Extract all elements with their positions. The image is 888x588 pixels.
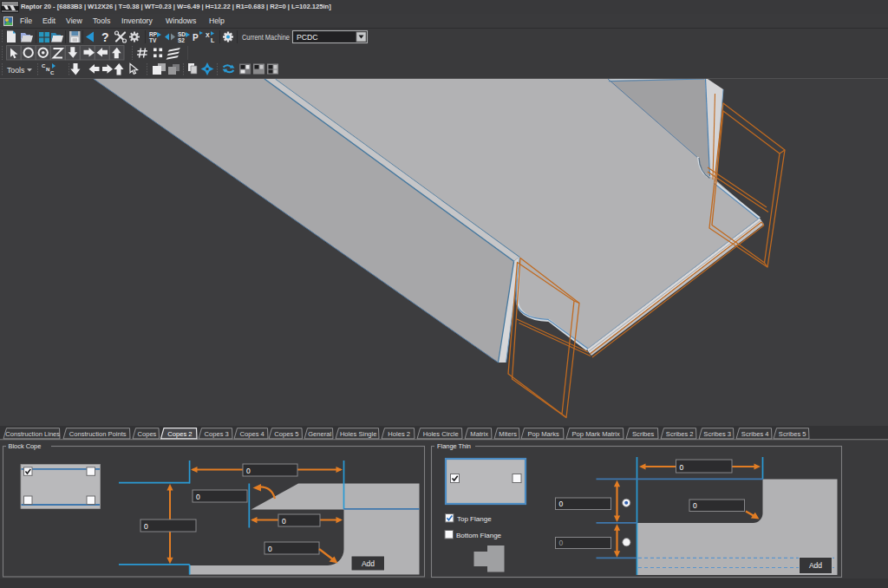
svg-text:P: P (193, 33, 199, 42)
svg-text:0: 0 (693, 501, 697, 510)
svg-text:Copes 3: Copes 3 (205, 430, 229, 438)
svg-text:Tools: Tools (7, 66, 25, 75)
svg-text:Scribes 2: Scribes 2 (666, 430, 694, 438)
svg-text:TV: TV (149, 37, 157, 43)
svg-text:L: L (211, 37, 215, 43)
svg-text:0: 0 (282, 517, 286, 526)
svg-text:Current Machine: Current Machine (242, 33, 290, 42)
svg-text:Holes 2: Holes 2 (388, 430, 410, 438)
svg-text:Miters: Miters (499, 430, 517, 438)
svg-text:Scribes 4: Scribes 4 (741, 430, 769, 438)
svg-text:0: 0 (246, 467, 251, 475)
svg-text:C: C (50, 70, 55, 75)
svg-text:Pop Mark Matrix: Pop Mark Matrix (572, 430, 620, 438)
svg-text:0: 0 (268, 545, 272, 553)
svg-text:0: 0 (559, 539, 564, 547)
svg-text:Holes Circle: Holes Circle (423, 430, 459, 438)
svg-text:Scribes 3: Scribes 3 (703, 430, 731, 438)
svg-text:Bottom Flange: Bottom Flange (456, 532, 502, 539)
svg-text:S2: S2 (178, 37, 185, 43)
svg-text:Copes 5: Copes 5 (274, 430, 298, 438)
svg-text:X: X (206, 32, 210, 38)
svg-text:0: 0 (196, 493, 200, 501)
svg-text:SD: SD (178, 31, 186, 37)
svg-text:Construction Points: Construction Points (69, 430, 127, 438)
svg-text:PCDC: PCDC (297, 33, 318, 42)
svg-text:N: N (46, 67, 49, 72)
svg-text:Matrix: Matrix (470, 430, 488, 438)
svg-text:Copes 2: Copes 2 (167, 430, 192, 438)
svg-text:Block Cope: Block Cope (9, 442, 42, 450)
svg-text:RP: RP (149, 31, 158, 37)
svg-text:Scribes 5: Scribes 5 (779, 430, 806, 438)
svg-text:Add: Add (362, 559, 375, 568)
svg-text:0: 0 (144, 522, 148, 531)
svg-text:Copes 4: Copes 4 (240, 430, 264, 438)
svg-text:Top Flange: Top Flange (457, 515, 492, 523)
svg-text:?: ? (101, 30, 109, 44)
svg-text:0: 0 (680, 463, 684, 472)
svg-text:General: General (308, 430, 331, 438)
svg-text:Add: Add (809, 561, 822, 570)
svg-text:0: 0 (559, 500, 564, 508)
svg-text:Holes Single: Holes Single (340, 430, 377, 438)
svg-text:Scribes: Scribes (632, 430, 655, 438)
svg-text:Copes: Copes (137, 430, 156, 438)
svg-text:Pop Marks: Pop Marks (528, 430, 559, 438)
svg-text:Construction Lines: Construction Lines (5, 430, 60, 438)
svg-text:Flange Thin: Flange Thin (437, 442, 471, 450)
